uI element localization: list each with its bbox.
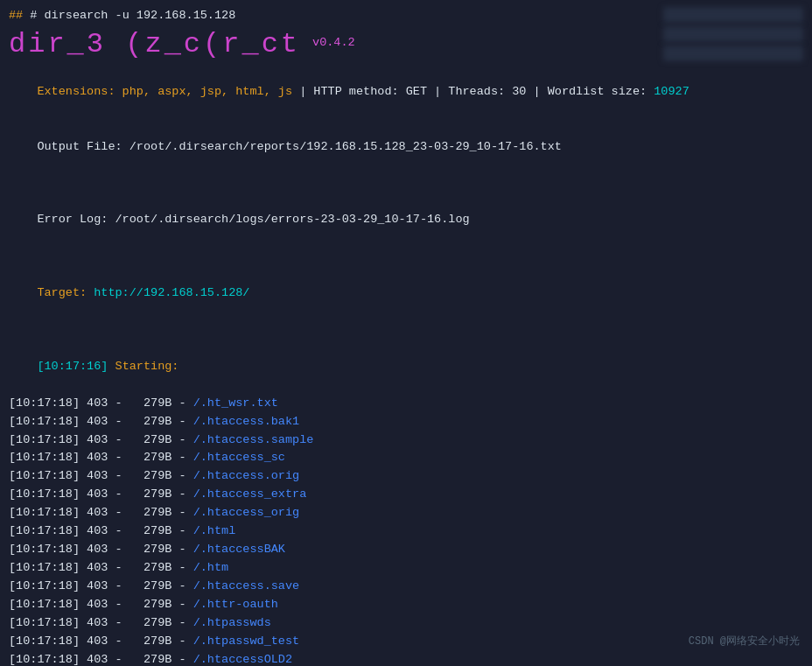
entry-httr-oauth: [10:17:18] 403 - 279B - /.httr-oauth [9,596,803,614]
blank-line-3 [9,321,803,340]
entry-html: [10:17:18] 403 - 279B - /.html [9,522,803,541]
ascii-logo: dir_3 (z_c(r_ct [9,29,300,60]
redacted-password-box [663,46,803,61]
entry-htpasswds: [10:17:18] 403 - 279B - /.htpasswds [9,614,803,633]
entry-htaccess-sc: [10:17:18] 403 - 279B - /.htaccess_sc [9,449,803,467]
watermark-text: CSDN @网络安全小时光 [689,634,800,648]
logo-text: dir_3 (z_c(r_ct [9,28,300,60]
entry-htaccess-save: [10:17:18] 403 - 279B - /.htaccess.save [9,578,803,596]
entry-htaccessold2: [10:17:18] 403 - 279B - /.htaccessOLD2 [9,651,803,666]
terminal-window: ## # dirsearch -u 192.168.15.128 dir_3 (… [0,0,812,666]
blank-line-2 [9,248,803,266]
version-label: v0.4.2 [312,36,355,49]
entry-htpasswd-test: [10:17:18] 403 - 279B - /.htpasswd_test [9,633,803,651]
entry-htaccess-orig2: [10:17:18] 403 - 279B - /.htaccess_orig [9,504,803,522]
redacted-field-box [663,26,803,42]
output-file-line: Output File: /root/.dirsearch/reports/19… [9,120,803,175]
entry-htaccess-extra: [10:17:18] 403 - 279B - /.htaccess_extra [9,486,803,504]
entry-htaccess-sample: [10:17:18] 403 - 279B - /.htaccess.sampl… [9,431,803,450]
redacted-ip-box [663,7,803,23]
error-log-line: Error Log: /root/.dirsearch/logs/errors-… [9,193,803,249]
target-line: Target: http://192.168.15.128/ [9,266,803,321]
starting-line: [10:17:16] Starting: [9,340,803,395]
extensions-line: Extensions: php, aspx, jsp, html, js | H… [9,65,803,120]
hash-prompt: ## [9,7,30,25]
entry-ht-wsr: [10:17:18] 403 - 279B - /.ht_wsr.txt [9,395,803,413]
entry-htaccessbak: [10:17:18] 403 - 279B - /.htaccessBAK [9,541,803,559]
blank-line-1 [9,175,803,193]
entries-list: [10:17:18] 403 - 279B - /.ht_wsr.txt [10… [9,395,803,666]
entry-htaccess-orig: [10:17:18] 403 - 279B - /.htaccess.orig [9,467,803,486]
entry-htm: [10:17:18] 403 - 279B - /.htm [9,559,803,578]
entry-htaccess-bak1: [10:17:18] 403 - 279B - /.htaccess.bak1 [9,413,803,431]
